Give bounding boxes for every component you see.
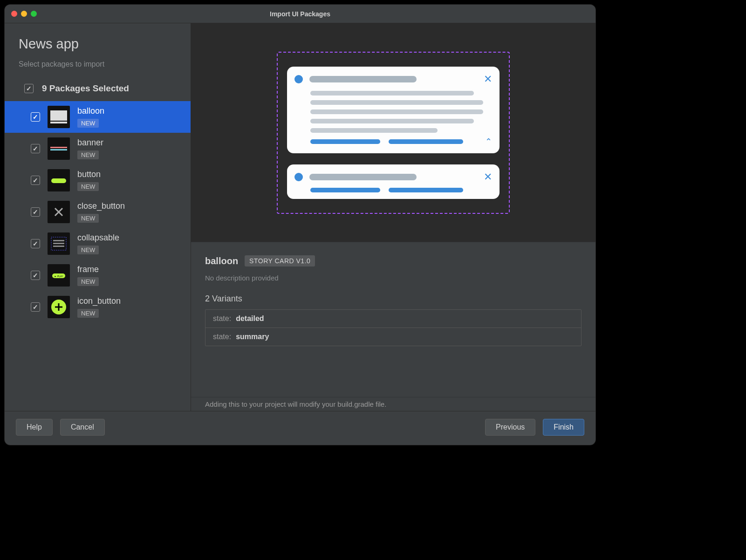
previous-button[interactable]: Previous xyxy=(485,419,535,436)
placeholder-pill xyxy=(389,139,463,144)
sidebar-header: News app Select packages to import xyxy=(5,23,191,77)
import-dialog: Import UI Packages News app Select packa… xyxy=(5,5,595,445)
new-badge: NEW xyxy=(77,150,99,159)
variant-key: state: xyxy=(213,333,231,341)
svg-rect-3 xyxy=(50,149,67,150)
package-list: balloon NEW banner NEW xyxy=(5,101,191,411)
package-item-collapsable[interactable]: collapsable NEW xyxy=(5,228,191,260)
package-meta: frame NEW xyxy=(77,265,99,286)
close-icon: ✕ xyxy=(484,171,492,183)
package-checkbox[interactable] xyxy=(31,112,40,122)
titlebar: Import UI Packages xyxy=(5,5,595,23)
new-badge: NEW xyxy=(77,119,99,128)
package-name: button xyxy=(77,170,101,179)
variant-key: state: xyxy=(213,314,231,323)
svg-rect-6 xyxy=(53,240,64,241)
preview-card-summary: ✕ xyxy=(287,164,500,199)
package-checkbox[interactable] xyxy=(31,207,40,217)
avatar-dot-icon xyxy=(294,173,303,181)
select-all-label: 9 Packages Selected xyxy=(42,83,129,94)
package-item-close-button[interactable]: close_button NEW xyxy=(5,196,191,228)
package-thumbnail xyxy=(48,137,70,160)
main-panel: ✕ ⌃ xyxy=(191,23,595,411)
svg-rect-7 xyxy=(53,243,64,244)
package-name: frame xyxy=(77,265,99,274)
placeholder-line xyxy=(310,128,438,133)
variant-value: detailed xyxy=(236,314,264,323)
placeholder-line xyxy=(310,100,483,105)
package-name: balloon xyxy=(77,106,104,116)
svg-rect-4 xyxy=(51,178,66,183)
cancel-button[interactable]: Cancel xyxy=(60,419,105,436)
package-thumbnail xyxy=(48,296,70,318)
svg-text:► PLAY: ► PLAY xyxy=(55,275,63,278)
package-thumbnail xyxy=(48,232,70,255)
package-item-icon-button[interactable]: icon_button NEW xyxy=(5,291,191,323)
placeholder-line xyxy=(310,91,474,96)
placeholder-line xyxy=(310,119,474,123)
select-all-row[interactable]: 9 Packages Selected xyxy=(5,77,191,101)
package-item-button[interactable]: button NEW xyxy=(5,164,191,196)
new-badge: NEW xyxy=(77,309,99,318)
app-subtitle: Select packages to import xyxy=(19,60,177,68)
detail-name: balloon xyxy=(205,256,238,266)
help-button[interactable]: Help xyxy=(16,419,53,436)
svg-rect-1 xyxy=(50,122,67,123)
preview-area: ✕ ⌃ xyxy=(191,23,595,242)
new-badge: NEW xyxy=(77,246,99,254)
dialog-body: News app Select packages to import 9 Pac… xyxy=(5,23,595,411)
placeholder-line xyxy=(310,109,483,114)
new-badge: NEW xyxy=(77,277,99,286)
placeholder-bar xyxy=(309,174,417,180)
sidebar: News app Select packages to import 9 Pac… xyxy=(5,23,191,411)
detail-tag: STORY CARD V1.0 xyxy=(245,255,315,266)
package-meta: collapsable NEW xyxy=(77,233,119,254)
package-name: icon_button xyxy=(77,296,121,306)
package-meta: banner NEW xyxy=(77,138,103,159)
package-thumbnail: ► PLAY xyxy=(48,264,70,287)
detail-description: No description provided xyxy=(205,274,582,282)
package-meta: icon_button NEW xyxy=(77,296,121,318)
variant-row: state: summary xyxy=(205,328,581,346)
new-badge: NEW xyxy=(77,214,99,223)
preview-card-detailed: ✕ ⌃ xyxy=(287,67,500,153)
package-checkbox[interactable] xyxy=(31,239,40,248)
chevron-up-icon: ⌃ xyxy=(485,137,492,147)
package-thumbnail xyxy=(48,201,70,223)
modify-note: Adding this to your project will modify … xyxy=(191,397,595,411)
package-name: banner xyxy=(77,138,103,148)
package-item-balloon[interactable]: balloon NEW xyxy=(5,101,191,133)
variant-value: summary xyxy=(236,333,269,341)
details-panel: balloon STORY CARD V1.0 No description p… xyxy=(191,242,595,397)
variants-table: state: detailed state: summary xyxy=(205,309,582,346)
avatar-dot-icon xyxy=(294,75,303,83)
app-title: News app xyxy=(19,36,177,52)
variant-row: state: detailed xyxy=(205,310,581,328)
footer: Help Cancel Previous Finish xyxy=(5,411,595,445)
package-item-frame[interactable]: ► PLAY frame NEW xyxy=(5,260,191,291)
variants-heading: 2 Variants xyxy=(205,294,582,304)
window-title: Import UI Packages xyxy=(5,10,595,18)
package-thumbnail xyxy=(48,169,70,191)
placeholder-bar xyxy=(309,76,417,82)
package-thumbnail xyxy=(48,106,70,128)
new-badge: NEW xyxy=(77,182,99,191)
placeholder-pill xyxy=(310,188,380,192)
package-checkbox[interactable] xyxy=(31,271,40,280)
package-item-banner[interactable]: banner NEW xyxy=(5,133,191,164)
svg-rect-2 xyxy=(50,147,67,148)
placeholder-pill xyxy=(389,188,463,192)
finish-button[interactable]: Finish xyxy=(543,419,584,436)
svg-rect-0 xyxy=(50,110,67,121)
close-icon: ✕ xyxy=(484,73,492,85)
package-checkbox[interactable] xyxy=(31,144,40,153)
placeholder-pill xyxy=(310,139,380,144)
package-checkbox[interactable] xyxy=(31,176,40,185)
package-checkbox[interactable] xyxy=(31,302,40,312)
select-all-checkbox[interactable] xyxy=(24,84,34,93)
package-meta: balloon NEW xyxy=(77,106,104,128)
package-name: close_button xyxy=(77,201,125,211)
preview-frame: ✕ ⌃ xyxy=(277,52,510,214)
package-meta: button NEW xyxy=(77,170,101,191)
package-name: collapsable xyxy=(77,233,119,243)
